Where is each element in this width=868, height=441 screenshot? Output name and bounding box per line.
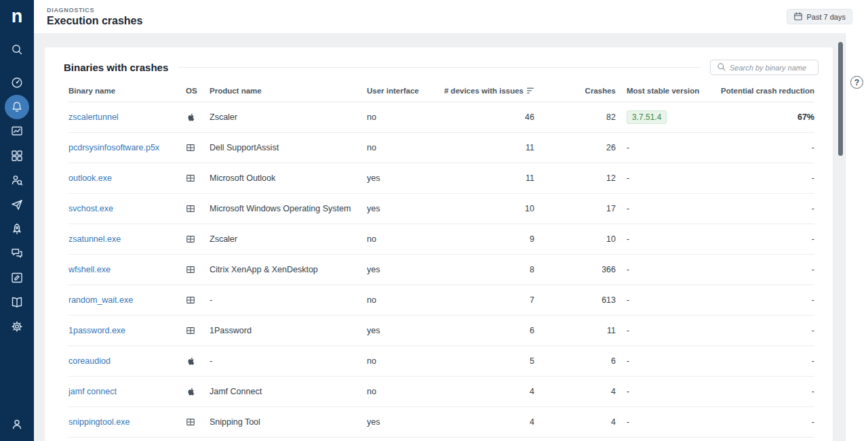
search-icon — [10, 43, 24, 56]
search-input[interactable] — [730, 64, 812, 72]
ui-cell: yes — [367, 326, 435, 335]
column-header-devices-with-issues[interactable]: # devices with issues — [435, 87, 534, 95]
chat-icon — [10, 247, 24, 260]
binary-name-link[interactable]: wfshell.exe — [68, 265, 111, 274]
stable-version-cell: 3.7.51.4 — [616, 110, 716, 124]
devices-cell: 9 — [435, 234, 534, 244]
windows-icon — [186, 204, 195, 213]
crashes-cell: 4 — [534, 417, 616, 427]
binary-name-link[interactable]: snippingtool.exe — [68, 417, 130, 427]
column-header-crashes[interactable]: Crashes — [534, 87, 616, 95]
windows-icon — [186, 295, 195, 305]
product-cell: Snipping Tool — [210, 417, 367, 427]
devices-cell: 4 — [435, 387, 534, 396]
product-cell: Jamf Connect — [210, 387, 367, 396]
reduction-cell: - — [716, 326, 814, 335]
table-row: svchost.exe Microsoft Windows Operating … — [68, 194, 814, 224]
column-header-product-name[interactable]: Product name — [210, 87, 367, 95]
sidebar-item-engage[interactable] — [5, 241, 29, 266]
binary-name-link[interactable]: svchost.exe — [68, 204, 113, 213]
devices-cell: 46 — [435, 112, 534, 122]
reduction-cell: - — [716, 265, 814, 274]
stable-version-cell: - — [616, 173, 716, 183]
column-header-os[interactable]: OS — [186, 87, 210, 95]
gear-icon — [10, 320, 24, 333]
crashes-cell: 613 — [534, 295, 616, 305]
product-cell: - — [210, 295, 367, 305]
help-rail: ? — [845, 33, 868, 441]
windows-icon — [186, 173, 195, 183]
column-header-user-interface[interactable]: User interface — [367, 87, 435, 95]
ui-cell: no — [367, 143, 435, 152]
os-cell — [186, 204, 210, 213]
windows-icon — [186, 143, 195, 152]
binary-name-link[interactable]: coreaudiod — [68, 356, 111, 366]
sidebar-item-overview[interactable] — [5, 70, 29, 95]
ui-cell: no — [367, 234, 435, 244]
column-header-binary-name[interactable]: Binary name — [68, 87, 186, 95]
column-header-most-stable-version[interactable]: Most stable version — [616, 87, 716, 95]
user-icon — [10, 417, 24, 431]
binary-name-link[interactable]: outlook.exe — [68, 173, 112, 183]
sidebar-item-surveys[interactable] — [5, 266, 29, 290]
calendar-icon — [793, 12, 803, 22]
reduction-cell: - — [716, 295, 814, 305]
devices-cell: 4 — [435, 417, 534, 427]
date-range-button[interactable]: Past 7 days — [787, 9, 852, 24]
binary-name-link[interactable]: zsatunnel.exe — [68, 234, 121, 244]
product-cell: Citrix XenApp & XenDesktop — [210, 265, 367, 274]
date-range-label: Past 7 days — [807, 13, 846, 21]
crashes-cell: 11 — [534, 326, 616, 335]
os-cell — [186, 173, 210, 183]
main-area: DIAGNOSTICS Execution crashes Past 7 day… — [34, 0, 868, 441]
sidebar-item-search[interactable] — [5, 37, 29, 62]
breadcrumb: DIAGNOSTICS — [47, 7, 142, 14]
devices-cell: 11 — [435, 143, 534, 152]
binary-name-link[interactable]: jamf connect — [68, 387, 117, 396]
sidebar-item-automation[interactable] — [5, 217, 29, 241]
windows-icon — [186, 265, 195, 274]
binary-search[interactable] — [710, 60, 818, 75]
binary-name-link[interactable]: zscalertunnel — [68, 112, 119, 122]
reduction-cell: - — [716, 234, 814, 244]
column-header-potential-crash-reduction[interactable]: Potential crash reduction — [716, 87, 814, 95]
sidebar: n — [0, 0, 34, 441]
sidebar-item-applications[interactable] — [5, 144, 29, 168]
stable-version-cell: - — [616, 234, 716, 244]
stable-version-cell: - — [616, 417, 716, 427]
binary-name-link[interactable]: pcdrsysinfosoftware.p5x — [68, 143, 159, 152]
sidebar-item-settings[interactable] — [5, 314, 29, 339]
reduction-cell: - — [716, 173, 814, 183]
sidebar-item-account[interactable] — [5, 412, 29, 436]
stable-version-badge: 3.7.51.4 — [627, 110, 667, 124]
vertical-scrollbar[interactable] — [838, 42, 843, 156]
os-cell — [186, 387, 210, 396]
sort-descending-icon — [527, 87, 534, 94]
devices-cell: 11 — [435, 173, 534, 183]
book-icon — [10, 295, 24, 309]
rocket-icon — [10, 222, 24, 236]
crashes-cell: 4 — [534, 387, 616, 396]
nexthink-logo[interactable]: n — [0, 0, 34, 33]
card-header: Binaries with crashes — [45, 47, 833, 79]
table-row: 1password.exe 1Password yes 6 11 - - — [68, 316, 814, 346]
ui-cell: no — [367, 295, 435, 305]
table-header-row: Binary name OS Product name User interfa… — [68, 79, 814, 102]
binary-name-link[interactable]: random_wait.exe — [68, 295, 133, 305]
sidebar-item-library[interactable] — [5, 290, 29, 314]
table-row: pcdrsysinfosoftware.p5x Dell SupportAssi… — [68, 133, 814, 163]
ui-cell: yes — [367, 417, 435, 427]
crashes-cell: 366 — [534, 265, 616, 274]
card-title: Binaries with crashes — [64, 62, 168, 73]
devices-cell: 6 — [435, 326, 534, 335]
sidebar-item-investigations[interactable] — [5, 168, 29, 192]
sidebar-item-alerts[interactable] — [5, 95, 29, 119]
help-icon[interactable]: ? — [850, 76, 863, 89]
chart-icon — [10, 125, 24, 138]
product-cell: Microsoft Windows Operating System — [210, 204, 367, 213]
sidebar-item-campaigns[interactable] — [5, 192, 29, 217]
reduction-cell: 67% — [716, 112, 814, 122]
binary-name-link[interactable]: 1password.exe — [68, 326, 125, 335]
product-cell: Dell SupportAssist — [210, 143, 367, 152]
sidebar-item-monitoring[interactable] — [5, 119, 29, 144]
